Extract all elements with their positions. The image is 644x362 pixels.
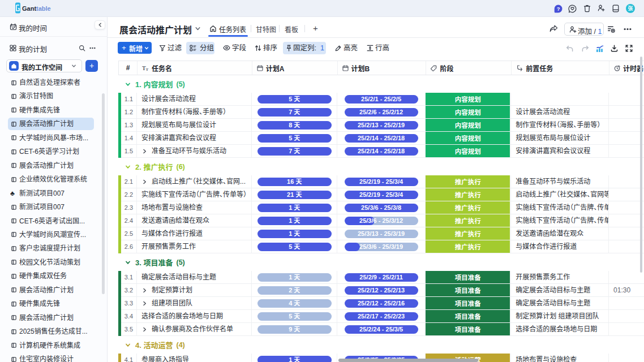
svg-text:T: T: [145, 67, 148, 71]
svg-text:?: ?: [557, 5, 560, 11]
